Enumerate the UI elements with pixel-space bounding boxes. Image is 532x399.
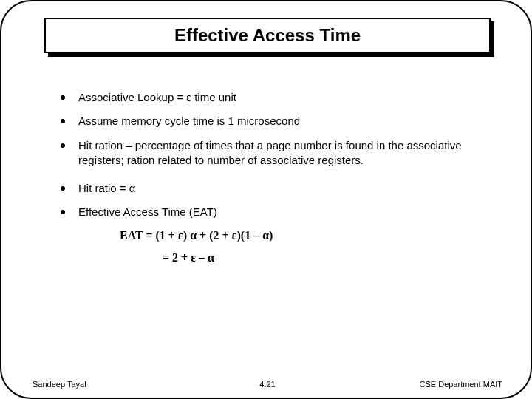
bullet-icon [61, 143, 65, 148]
equation-line-2: = 2 + ε – α [163, 251, 489, 265]
bullet-icon [61, 95, 65, 100]
bullet-item: Hit ration – percentage of times that a … [61, 138, 489, 168]
bullet-text: Effective Access Time (EAT) [78, 205, 217, 219]
title-container: Effective Access Time [44, 18, 491, 53]
slide-title: Effective Access Time [44, 18, 491, 53]
bullet-icon [61, 186, 65, 191]
bullet-text: Assume memory cycle time is 1 microsecon… [78, 114, 300, 129]
bullet-text: Hit ration – percentage of times that a … [78, 138, 489, 168]
bullet-icon [61, 210, 65, 214]
bullet-text: Hit ratio = α [78, 181, 135, 196]
content-area: Associative Lookup = ε time unit Assume … [61, 90, 489, 265]
bullet-item: Assume memory cycle time is 1 microsecon… [61, 114, 489, 129]
bullet-item: Associative Lookup = ε time unit [61, 90, 489, 105]
bullet-icon [61, 119, 65, 123]
bullet-item: Hit ratio = α [61, 181, 489, 196]
bullet-item: Effective Access Time (EAT) [61, 205, 489, 219]
equation-line-1: EAT = (1 + ε) α + (2 + ε)(1 – α) [120, 229, 489, 242]
slide-frame: Effective Access Time Associative Lookup… [0, 0, 532, 399]
footer-department: CSE Department MAIT [420, 380, 502, 389]
bullet-text: Associative Lookup = ε time unit [78, 90, 236, 105]
